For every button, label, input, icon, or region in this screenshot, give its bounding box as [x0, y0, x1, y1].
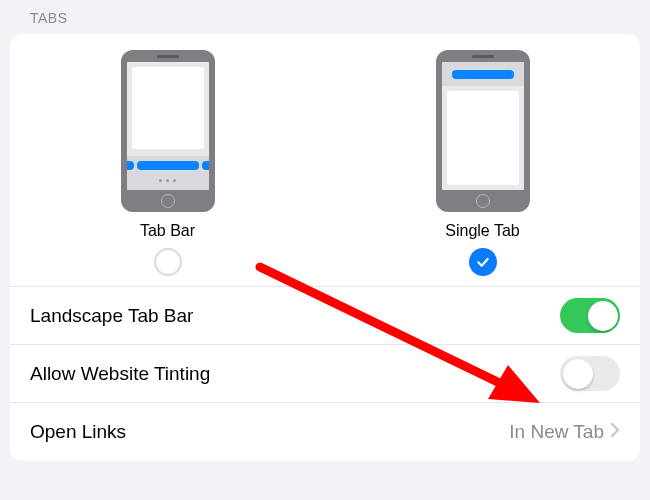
tab-style-option-single-tab[interactable]: Single Tab — [393, 50, 573, 276]
radio-selected-icon[interactable] — [469, 248, 497, 276]
switch-knob-icon — [563, 359, 593, 389]
phone-illustration-single-tab-icon — [436, 50, 530, 212]
section-header-tabs: TABS — [10, 0, 640, 34]
row-label: Open Links — [30, 421, 126, 443]
switch-landscape-tab-bar[interactable] — [560, 298, 620, 333]
row-allow-website-tinting: Allow Website Tinting — [10, 345, 640, 403]
tab-style-selector: Tab Bar Single Tab — [10, 34, 640, 287]
row-label: Landscape Tab Bar — [30, 305, 193, 327]
row-value-text: In New Tab — [509, 421, 604, 443]
row-label: Allow Website Tinting — [30, 363, 210, 385]
tab-style-option-tab-bar[interactable]: Tab Bar — [78, 50, 258, 276]
radio-unselected-icon[interactable] — [154, 248, 182, 276]
chevron-right-icon — [610, 421, 620, 443]
switch-knob-icon — [588, 301, 618, 331]
settings-card: Tab Bar Single Tab Landsc — [10, 34, 640, 461]
tab-style-label: Single Tab — [445, 222, 519, 240]
phone-illustration-tab-bar-icon — [121, 50, 215, 212]
row-landscape-tab-bar: Landscape Tab Bar — [10, 287, 640, 345]
row-open-links[interactable]: Open Links In New Tab — [10, 403, 640, 461]
tab-style-label: Tab Bar — [140, 222, 195, 240]
switch-allow-website-tinting[interactable] — [560, 356, 620, 391]
row-value-container: In New Tab — [509, 421, 620, 443]
